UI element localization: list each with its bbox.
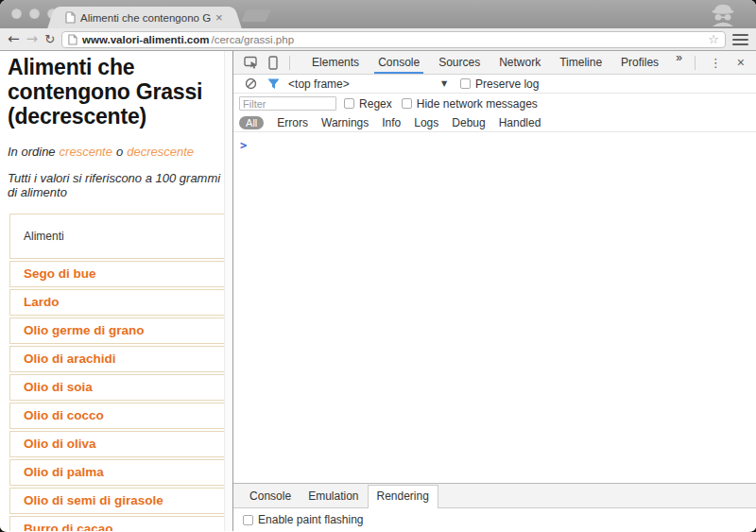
console-prompt-chevron-icon[interactable]: >: [240, 139, 247, 152]
food-link[interactable]: Olio di soia: [9, 374, 232, 401]
table-row: Olio di arachidi 100 g: [9, 346, 232, 372]
regex-option[interactable]: Regex: [344, 97, 392, 111]
titlebar: Alimenti che contengono G ×: [0, 0, 756, 28]
back-button[interactable]: ←: [8, 32, 20, 46]
new-tab-button[interactable]: [241, 9, 271, 22]
forward-button[interactable]: →: [26, 32, 39, 46]
tab-timeline[interactable]: Timeline: [550, 51, 611, 74]
page-scrollbar[interactable]: [224, 51, 232, 531]
food-link[interactable]: Olio di palma: [9, 459, 232, 486]
hide-network-option[interactable]: Hide network messages: [402, 97, 538, 111]
address-bar[interactable]: www.valori-alimenti.com /cerca/grassi.ph…: [61, 31, 726, 48]
drawer-tab-emulation[interactable]: Emulation: [300, 486, 367, 507]
paint-flashing-checkbox[interactable]: [243, 515, 253, 525]
level-debug[interactable]: Debug: [452, 116, 485, 129]
page-title: Alimenti che contengono Grassi (decresce…: [8, 55, 223, 129]
food-link[interactable]: Lardo: [9, 289, 232, 316]
food-link[interactable]: Burro di cacao: [9, 516, 232, 531]
table-row: Olio di semi di girasole 100 g: [9, 488, 232, 514]
sort-order-line: In ordine crescente o decrescente: [8, 145, 223, 159]
bookmark-star-icon[interactable]: ☆: [708, 32, 719, 46]
tab-profiles[interactable]: Profiles: [611, 51, 668, 74]
table-header-row: Alimenti Quantità di Grassi: [9, 214, 232, 259]
chrome-menu-icon[interactable]: [732, 34, 748, 45]
food-link[interactable]: Olio di cocco: [9, 403, 232, 429]
page-icon: [68, 34, 77, 45]
url-domain: www.valori-alimenti.com: [82, 34, 209, 45]
tab-elements[interactable]: Elements: [302, 51, 369, 74]
preserve-log-option[interactable]: Preserve log: [460, 77, 539, 91]
level-info[interactable]: Info: [382, 116, 401, 129]
table-row: Burro di cacao 100 g: [9, 516, 232, 531]
filter-input[interactable]: [239, 96, 336, 111]
preserve-log-checkbox[interactable]: [460, 78, 471, 89]
food-link[interactable]: Olio germe di grano: [9, 317, 232, 344]
navigation-toolbar: ← → ↻ www.valori-alimenti.com /cerca/gra…: [0, 28, 756, 51]
tab-title: Alimenti che contengono G: [80, 12, 211, 24]
frame-selector-dropdown[interactable]: <top frame> ▼: [288, 77, 447, 91]
tabs-overflow-chevron-icon[interactable]: »: [668, 51, 690, 74]
level-handled[interactable]: Handled: [499, 116, 541, 129]
url-path: /cerca/grassi.php: [211, 34, 294, 45]
tab-console[interactable]: Console: [369, 51, 429, 74]
regex-checkbox[interactable]: [344, 98, 354, 109]
web-page-pane: Alimenti che contengono Grassi (decresce…: [0, 51, 232, 531]
level-all[interactable]: All: [239, 116, 264, 129]
minimize-window-button[interactable]: [29, 9, 40, 19]
devtools-drawer: Console Emulation Rendering Enable paint…: [233, 483, 756, 531]
close-window-button[interactable]: [11, 9, 22, 19]
table-row: Lardo 100 g: [9, 289, 232, 316]
filter-funnel-icon[interactable]: [262, 73, 284, 95]
console-level-bar: All Errors Warnings Info Logs Debug Hand…: [233, 113, 756, 132]
hide-network-checkbox[interactable]: [402, 98, 412, 109]
rendering-panel: Enable paint flashing: [233, 508, 756, 531]
browser-tab[interactable]: Alimenti che contengono G ×: [59, 7, 231, 28]
table-row: Olio di palma 100 g: [9, 459, 232, 486]
console-output[interactable]: >: [233, 132, 756, 483]
clear-console-icon[interactable]: [239, 73, 262, 95]
table-row: Olio di cocco 100 g: [9, 403, 232, 429]
drawer-tab-console[interactable]: Console: [241, 486, 300, 507]
devtools-tabs: Elements Console Sources Network Timelin…: [302, 51, 690, 74]
console-toolbar: <top frame> ▼ Preserve log: [233, 75, 756, 94]
console-filter-bar: Regex Hide network messages: [233, 94, 756, 113]
food-link[interactable]: Olio di oliva: [9, 431, 232, 457]
inspect-element-icon[interactable]: [239, 51, 262, 74]
values-note: Tutti i valori si riferiscono a 100 gram…: [8, 171, 223, 199]
food-link[interactable]: Olio di semi di girasole: [9, 488, 232, 514]
link-ascending[interactable]: crescente: [60, 145, 112, 159]
tab-network[interactable]: Network: [490, 51, 550, 74]
devtools-panel: Elements Console Sources Network Timelin…: [232, 51, 756, 531]
table-row: Sego di bue 100 g: [9, 261, 232, 287]
toolbar-separator: [289, 56, 290, 70]
food-link[interactable]: Sego di bue: [9, 261, 232, 287]
food-table: Alimenti Quantità di Grassi Sego di bue …: [8, 212, 232, 531]
device-toolbar-icon[interactable]: [262, 51, 284, 74]
page-favicon-icon: [65, 11, 76, 24]
devtools-toolbar: Elements Console Sources Network Timelin…: [233, 51, 756, 75]
tab-close-icon[interactable]: ×: [215, 11, 223, 24]
reload-button[interactable]: ↻: [44, 33, 55, 45]
chevron-down-icon: ▼: [441, 79, 447, 88]
table-row: Olio di oliva 100 g: [9, 431, 232, 457]
tab-sources[interactable]: Sources: [429, 51, 490, 74]
browser-window: Alimenti che contengono G × ← → ↻ www.va…: [0, 0, 756, 532]
table-row: Olio di soia 100 g: [9, 374, 232, 401]
column-header-food: Alimenti: [9, 214, 232, 259]
incognito-icon: [709, 3, 737, 26]
level-warnings[interactable]: Warnings: [321, 116, 369, 129]
level-logs[interactable]: Logs: [414, 116, 438, 129]
drawer-tab-rendering[interactable]: Rendering: [368, 485, 438, 508]
devtools-menu-icon[interactable]: ⋮: [704, 56, 728, 70]
food-link[interactable]: Olio di arachidi: [9, 346, 232, 372]
level-errors[interactable]: Errors: [277, 116, 308, 129]
devtools-close-icon[interactable]: ×: [731, 55, 750, 70]
table-row: Olio germe di grano 100 g: [9, 317, 232, 344]
drawer-tabs: Console Emulation Rendering: [233, 484, 756, 508]
link-descending[interactable]: decrescente: [127, 145, 194, 159]
